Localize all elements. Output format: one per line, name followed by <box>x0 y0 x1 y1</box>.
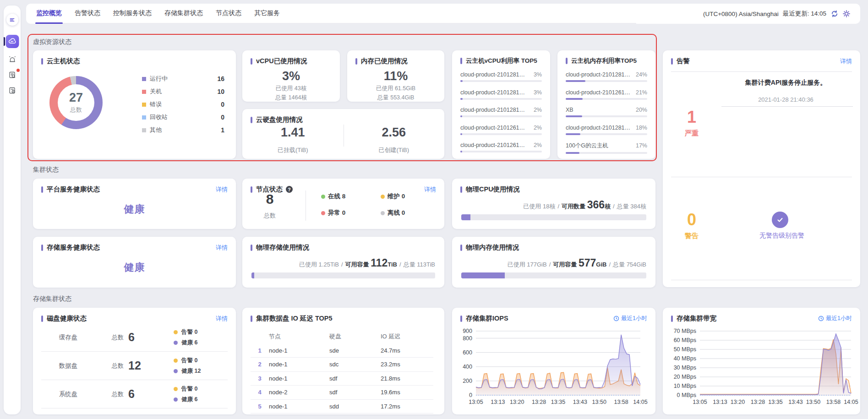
svg-text:13:35: 13:35 <box>768 399 782 405</box>
bandwidth-area-chart: 0 MBps10 MBps20 MBps30 MBps40 MBps50 MBp… <box>663 324 860 411</box>
disk-mounted-label: 已挂载(TiB) <box>242 146 344 154</box>
storage-health-detail-link[interactable]: 详情 <box>216 244 228 252</box>
vcpu-top5-list: cloud-product-2101281…3%cloud-product-21… <box>460 71 542 160</box>
refresh-button[interactable] <box>830 10 838 18</box>
disk-cell: sdf <box>329 389 381 396</box>
top5-item: cloud-product-2101281…18% <box>566 125 647 142</box>
sidebar-item-alarms[interactable] <box>7 54 18 65</box>
svg-text:14:05: 14:05 <box>844 399 858 405</box>
tab-5[interactable]: 其它服务 <box>254 4 280 23</box>
card-title: 云主机状态 <box>47 57 80 65</box>
top5-bar <box>460 151 542 152</box>
legend-item: 运行中16 <box>142 72 224 85</box>
title-marker <box>251 58 252 65</box>
top5-item: cloud-product-2101281…2% <box>460 107 542 125</box>
iops-range-link[interactable]: 最近1小时 <box>613 315 647 322</box>
legend-label: 其他 <box>150 126 183 134</box>
disk-health-detail-link[interactable]: 详情 <box>216 315 228 323</box>
node-status-item: 离线 0 <box>381 209 440 217</box>
disk-status-col: 告警 0健康 6 <box>174 385 228 403</box>
latency-cell: 19.6ms <box>381 389 433 396</box>
physical-storage-progress <box>251 272 435 278</box>
card-title: 存储集群IOPS <box>466 314 508 323</box>
svg-text:200: 200 <box>463 378 472 384</box>
svg-text:13:50: 13:50 <box>592 399 606 405</box>
top5-percent: 3% <box>534 71 542 78</box>
svg-text:13:28: 13:28 <box>751 399 765 405</box>
svg-text:10 MBps: 10 MBps <box>674 383 696 389</box>
settings-button[interactable] <box>842 10 850 18</box>
svg-text:13:13: 13:13 <box>491 399 505 405</box>
disk-total-label: 总数 <box>112 390 124 398</box>
vm-total-count: 27 <box>69 92 83 104</box>
latency-cell: 17.2ms <box>381 403 433 410</box>
table-header-row: 节点硬盘IO 延迟 <box>251 330 433 344</box>
physical-storage-stats: 已使用 1.25TiB/ 可用容量 112TiB /总量 113TiB <box>299 257 435 269</box>
bandwidth-range-link[interactable]: 最近1小时 <box>818 315 852 322</box>
table-row: 5node-1sdd17.2ms <box>251 400 433 414</box>
title-marker <box>671 316 673 322</box>
title-marker <box>41 245 43 251</box>
title-marker <box>41 316 43 322</box>
svg-text:13:58: 13:58 <box>826 399 841 405</box>
svg-text:13:43: 13:43 <box>573 399 587 405</box>
node-status-item: 维护 0 <box>381 192 440 201</box>
svg-text:13:28: 13:28 <box>532 399 546 405</box>
table-row: 3node-1sdf21.8ms <box>251 372 433 386</box>
physical-cpu-progress <box>461 214 646 220</box>
rank-cell: 4 <box>251 389 269 396</box>
table-row: 4node-2sdf19.6ms <box>251 386 433 400</box>
tab-4[interactable]: 节点状态 <box>216 4 241 23</box>
svg-text:13:43: 13:43 <box>788 399 802 405</box>
tab-1[interactable]: 告警状态 <box>75 4 100 23</box>
node-total-label: 总数 <box>256 212 284 220</box>
title-marker <box>41 58 43 65</box>
divider <box>721 106 853 107</box>
timezone-label: (UTC+0800) Asia/Shanghai <box>703 11 779 17</box>
top5-percent: 2% <box>534 125 542 131</box>
top5-percent: 21% <box>636 89 647 96</box>
title-marker <box>355 58 357 65</box>
title-marker <box>251 117 252 123</box>
divider <box>671 71 852 72</box>
alerts-detail-link[interactable]: 详情 <box>840 57 852 65</box>
vcpu-top5-card: 云主机vCPU利用率 TOP5 cloud-product-2101281…3%… <box>452 50 550 159</box>
alert-message: 集群计费API服务停止服务。 <box>718 79 854 87</box>
top5-percent: 2% <box>534 107 542 113</box>
top5-name: cloud-product-2101261… <box>566 89 630 96</box>
top5-name: cloud-product-2101281… <box>460 107 525 113</box>
top5-item: cloud-product-2101281…3% <box>460 71 542 89</box>
top5-name: cloud-product-2101261… <box>460 125 525 131</box>
legend-value: 0 <box>221 114 224 121</box>
sidebar-item-audit[interactable] <box>7 70 18 81</box>
svg-text:60 MBps: 60 MBps <box>674 337 696 343</box>
help-icon[interactable]: ? <box>286 186 293 193</box>
tab-3[interactable]: 存储集群状态 <box>164 4 203 23</box>
top5-item: cloud-product-2101261…2% <box>460 142 542 160</box>
disk-cell: sdc <box>329 361 381 368</box>
legend-value: 16 <box>217 75 224 82</box>
tab-0[interactable]: 监控概览 <box>36 4 62 23</box>
svg-text:40 MBps: 40 MBps <box>674 355 696 362</box>
title-marker <box>251 186 252 193</box>
vm-status-legend: 运行中16关机10错误0回收站0其他1 <box>142 72 224 136</box>
top5-item: cloud-product-2101261…2% <box>460 125 542 142</box>
tab-bar: 监控概览告警状态控制服务状态存储集群状态节点状态其它服务 <box>36 4 636 24</box>
warning-label: 警告 <box>671 232 712 240</box>
disk-type-label: 数据盘 <box>41 362 95 370</box>
physical-memory-stats: 已使用 177GiB/ 可用容量 577GiB /总量 754GiB <box>508 257 646 269</box>
status-dot <box>381 211 385 215</box>
platform-health-detail-link[interactable]: 详情 <box>216 185 228 194</box>
menu-toggle-button[interactable] <box>6 14 18 26</box>
sidebar-item-monitor[interactable] <box>5 35 19 48</box>
status-dot <box>174 359 178 363</box>
top5-percent: 2% <box>534 142 542 148</box>
disk-cell: sdd <box>329 403 381 410</box>
last-update-label: 最近更新: 14:05 <box>783 10 826 18</box>
disk-total-label: 总数 <box>112 362 124 370</box>
alarm-bell-icon <box>8 55 16 64</box>
tab-2[interactable]: 控制服务状态 <box>113 4 152 23</box>
notification-badge <box>16 69 20 72</box>
storage-health-card: 存储服务健康状态 详情 健康 <box>33 237 236 288</box>
sidebar-item-reports[interactable] <box>7 85 18 96</box>
